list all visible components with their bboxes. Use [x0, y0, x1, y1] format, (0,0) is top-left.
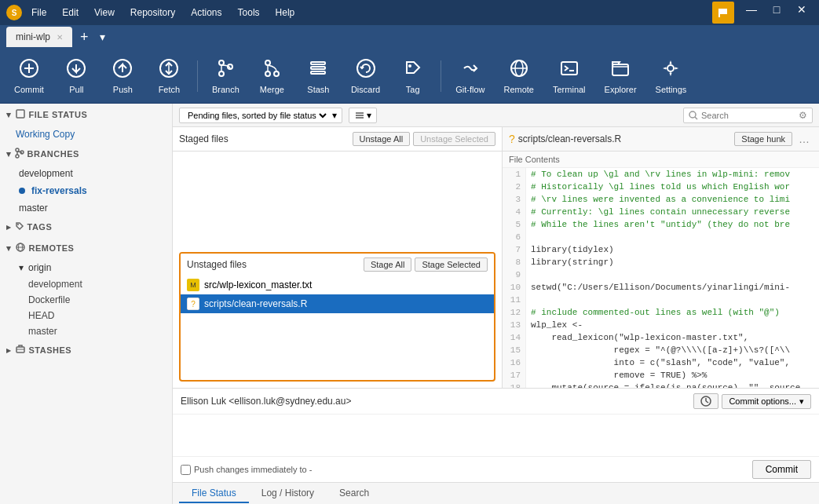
file-status-header[interactable]: ▾ FILE STATUS — [0, 104, 172, 126]
sidebar: ▾ FILE STATUS Working Copy ▾ BRANCHES de… — [0, 104, 173, 504]
pending-filter[interactable]: Pending files, sorted by file status ▾ — [179, 108, 342, 123]
gitflow-btn[interactable]: Git-flow — [448, 53, 492, 100]
new-tab-btn[interactable]: + — [75, 29, 93, 46]
commit-options-arrow: ▾ — [799, 396, 804, 407]
menu-tools[interactable]: Tools — [235, 5, 263, 20]
tab-dropdown-btn[interactable]: ▾ — [97, 31, 108, 43]
svg-point-38 — [17, 224, 19, 225]
menu-file[interactable]: File — [28, 5, 49, 20]
toolbar: Commit Pull Push Fetch Branch Merge — [0, 49, 819, 104]
maximize-btn[interactable]: □ — [766, 2, 788, 17]
code-body[interactable]: 1# To clean up \gl and \rv lines in wlp-… — [503, 168, 819, 388]
staged-label: Staged files — [179, 133, 229, 144]
branch-master[interactable]: master — [0, 199, 172, 217]
commit-time-btn[interactable] — [693, 393, 718, 409]
tags-arrow: ▸ — [6, 222, 12, 232]
remote-origin-master[interactable]: master — [0, 323, 172, 339]
menu-view[interactable]: View — [91, 5, 118, 20]
tab-label: mini-wlp — [16, 31, 50, 42]
code-header-btns: Stage hunk … — [734, 132, 813, 146]
commit-icon — [19, 58, 39, 82]
branch-btn[interactable]: Branch — [204, 53, 247, 100]
tab-file-status[interactable]: File Status — [179, 484, 249, 503]
tag-btn[interactable]: Tag — [391, 53, 434, 100]
code-contents-label: File Contents — [503, 152, 819, 168]
unstaged-file-0[interactable]: M src/wlp-lexicon_master.txt — [181, 276, 494, 294]
fetch-btn[interactable]: Fetch — [148, 53, 191, 100]
tab-search[interactable]: Search — [327, 484, 382, 503]
merge-btn[interactable]: Merge — [250, 53, 294, 100]
terminal-btn[interactable]: Terminal — [545, 53, 594, 100]
branch-master-label: master — [19, 203, 48, 214]
branches-label: BRANCHES — [27, 149, 79, 159]
tab-close-icon[interactable]: ✕ — [57, 33, 63, 42]
unstage-selected-btn[interactable]: Unstage Selected — [413, 132, 495, 146]
svg-point-24 — [357, 60, 375, 77]
code-line-9: 9 — [503, 268, 819, 281]
close-btn[interactable]: ✕ — [791, 2, 813, 17]
explorer-icon — [610, 58, 631, 82]
branches-header[interactable]: ▾ BRANCHES — [0, 143, 172, 165]
push-btn[interactable]: Push — [101, 53, 144, 100]
stashes-header[interactable]: ▸ STASHES — [0, 339, 172, 361]
svg-rect-29 — [561, 62, 577, 75]
menu-edit[interactable]: Edit — [59, 5, 82, 20]
branch-fix-reversals-label: fix-reversals — [31, 185, 87, 196]
menu-repository[interactable]: Repository — [127, 5, 178, 20]
file-status-icon — [15, 108, 26, 121]
remotes-header[interactable]: ▾ REMOTES — [0, 237, 172, 259]
pending-filter-select[interactable]: Pending files, sorted by file status — [185, 110, 329, 121]
pull-btn[interactable]: Pull — [55, 53, 98, 100]
push-immediately-checkbox[interactable] — [181, 465, 191, 475]
stage-hunk-btn[interactable]: Stage hunk — [734, 132, 792, 146]
tab-mini-wlp[interactable]: mini-wlp ✕ — [6, 27, 72, 47]
remote-icon — [509, 58, 529, 82]
stash-btn[interactable]: Stash — [297, 53, 340, 100]
code-line-17: 17 remove = TRUE) %>% — [503, 369, 819, 382]
list-view-btn[interactable]: ▾ — [349, 108, 377, 123]
unstaged-file-1[interactable]: ? scripts/clean-reversals.R — [181, 294, 494, 313]
commit-submit-btn[interactable]: Commit — [752, 460, 811, 479]
code-line-12: 12# include commented-out lines as well … — [503, 306, 819, 319]
branch-label: Branch — [212, 85, 239, 94]
search-gear-icon[interactable]: ⚙ — [799, 110, 807, 121]
remote-origin-dockerfile[interactable]: Dockerfile — [0, 292, 172, 308]
svg-rect-21 — [311, 62, 325, 64]
remote-origin-head[interactable]: HEAD — [0, 308, 172, 323]
gitflow-icon — [460, 58, 481, 82]
explorer-btn[interactable]: Explorer — [597, 53, 645, 100]
remote-origin-development[interactable]: development — [0, 276, 172, 292]
working-copy-item[interactable]: Working Copy — [0, 126, 172, 143]
flag-btn[interactable] — [712, 2, 734, 24]
commit-message-input[interactable] — [173, 415, 819, 454]
push-immediately-text: Push changes immediately to - — [194, 465, 312, 474]
code-more-btn[interactable]: … — [795, 132, 813, 146]
stashes-section: ▸ STASHES — [0, 339, 172, 361]
branch-fix-reversals[interactable]: fix-reversals — [0, 182, 172, 199]
commit-btn[interactable]: Commit — [6, 53, 52, 100]
code-file-name: scripts/clean-reversals.R — [518, 133, 621, 144]
files-area: Staged files Unstage All Unstage Selecte… — [173, 127, 819, 388]
commit-label: Commit — [14, 85, 44, 94]
code-line-15: 15 regex = "^(@?\\\\([a-z]+)\\s?([^\\ — [503, 344, 819, 356]
remote-btn[interactable]: Remote — [495, 53, 542, 100]
branch-development[interactable]: development — [0, 165, 172, 182]
stage-selected-btn[interactable]: Stage Selected — [415, 257, 488, 272]
stage-all-btn[interactable]: Stage All — [364, 257, 411, 272]
code-line-3: 3# \rv lines were invented as a convenie… — [503, 193, 819, 206]
tab-log-history[interactable]: Log / History — [249, 484, 327, 503]
unstage-all-btn[interactable]: Unstage All — [353, 132, 411, 146]
menu-help[interactable]: Help — [272, 5, 298, 20]
commit-options-btn[interactable]: Commit options... ▾ — [722, 394, 811, 409]
remote-origin[interactable]: ▾ origin — [0, 259, 172, 276]
push-immediately-label[interactable]: Push changes immediately to - — [181, 465, 312, 475]
tags-header[interactable]: ▸ TAGS — [0, 217, 172, 237]
menu-actions[interactable]: Actions — [188, 5, 225, 20]
settings-btn[interactable]: Settings — [648, 53, 695, 100]
discard-btn[interactable]: Discard — [343, 53, 388, 100]
remotes-arrow: ▾ — [6, 243, 12, 254]
title-bar-left: S File Edit View Repository Actions Tool… — [6, 5, 298, 20]
minimize-btn[interactable]: — — [740, 2, 762, 17]
search-input[interactable] — [701, 111, 795, 120]
code-line-11: 11 — [503, 294, 819, 306]
